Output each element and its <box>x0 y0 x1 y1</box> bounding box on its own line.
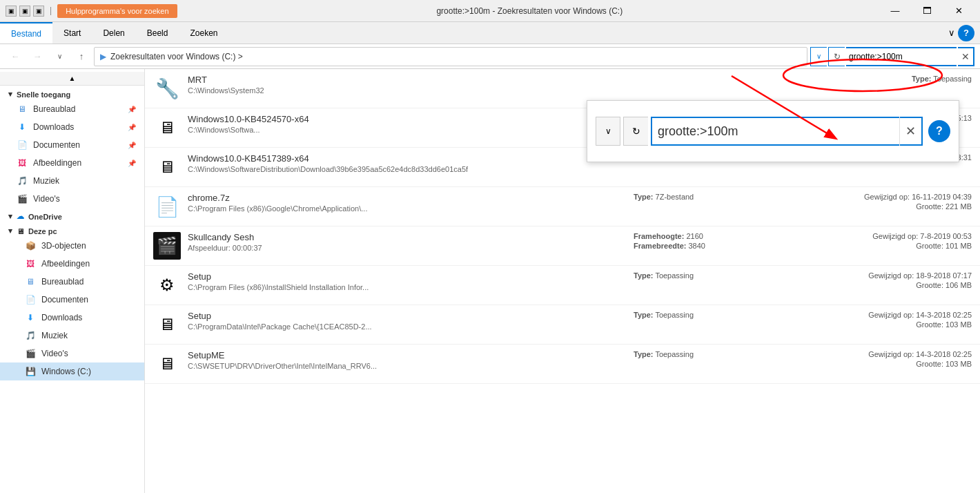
search-area: ∨ ↻ ✕ <box>810 47 974 66</box>
forward-button[interactable]: → <box>28 47 47 66</box>
close-button[interactable]: ✕ <box>943 0 974 22</box>
sidebar-item-3d[interactable]: 📦 3D-objecten <box>0 237 144 255</box>
3d-icon: 📦 <box>25 240 36 251</box>
kb4524570-icon: 🖥 <box>153 114 181 142</box>
pin-icon-bureaublad: 📌 <box>128 106 136 113</box>
tab-bestand[interactable]: Bestand <box>0 22 52 44</box>
skullcandy-meta: Gewijzigd op: 7-8-2019 00:53 Grootte: 10… <box>778 232 972 250</box>
address-path[interactable]: ▶ Zoekresultaten voor Windows (C:) > <box>94 47 807 66</box>
sidebar-afbeeldingen-pc-label: Afbeeldingen <box>41 259 90 269</box>
quick-access-label: Snelle toegang <box>17 90 70 99</box>
skullcandy-name: Skullcandy Sesh <box>188 232 627 242</box>
onedrive-expand[interactable]: ▾ <box>8 212 12 221</box>
sidebar-item-downloads-pc[interactable]: ⬇ Downloads <box>0 309 144 327</box>
sidebar-item-documenten-quick[interactable]: 📄 Documenten 📌 <box>0 136 144 154</box>
sidebar-item-muziek-pc[interactable]: 🎵 Muziek <box>0 327 144 345</box>
skullcandy-framehoogte: Framehoogte: 2160 <box>634 232 772 240</box>
file-row-setup-intel[interactable]: 🖥 Setup C:\ProgramData\Intel\Package Cac… <box>145 305 980 345</box>
search-clear-button[interactable]: ✕ <box>958 47 974 66</box>
file-row-setup-installshield[interactable]: ⚙ Setup C:\Program Files (x86)\InstallSh… <box>145 266 980 305</box>
sidebar-bureaublad-pc-label: Bureaublad <box>41 277 84 287</box>
content-area: 🔧 MRT C:\Windows\System32 Type: Toepassi… <box>145 69 980 493</box>
tab-delen[interactable]: Delen <box>92 22 135 44</box>
sidebar-item-documenten-pc[interactable]: 📄 Documenten <box>0 291 144 309</box>
sidebar-item-bureaublad-pc[interactable]: 🖥 Bureaublad <box>0 273 144 291</box>
skullcandy-modified: Gewijzigd op: 7-8-2019 00:53 <box>872 232 972 240</box>
title-bar-icons: ▣ ▣ ▣ | <box>6 6 52 17</box>
kb4517389-meta: Gewijzigd op: 25-11-2019 13:31 <box>778 153 972 162</box>
onedrive-header: ▾ ☁ OneDrive <box>0 208 144 222</box>
file-row-chrome7z[interactable]: 📄 chrome.7z C:\Program Files (x86)\Googl… <box>145 187 980 226</box>
path-text: Zoekresultaten voor Windows (C:) > <box>110 52 243 61</box>
search-refresh-button[interactable]: ↻ <box>828 47 845 66</box>
setupme-name: SetupME <box>188 350 627 360</box>
sidebar-downloads-label: Downloads <box>33 122 74 132</box>
deze-pc-header: ▾ 🖥 Deze pc <box>0 222 144 237</box>
search-tools-tab[interactable]: Hulpprogramma's voor zoeken <box>57 4 177 18</box>
deze-pc-expand[interactable]: ▾ <box>8 226 12 235</box>
sidebar-item-downloads-quick[interactable]: ⬇ Downloads 📌 <box>0 118 144 136</box>
pin-icon-afbeeldingen: 📌 <box>128 160 136 167</box>
onedrive-label: OneDrive <box>28 213 62 221</box>
setup-installshield-meta-center: Type: Toepassing <box>634 271 772 280</box>
kb4517389-modified: Gewijzigd op: 25-11-2019 13:31 <box>864 153 972 162</box>
file-row-mrt[interactable]: 🔧 MRT C:\Windows\System32 Type: Toepassi… <box>145 69 980 108</box>
setup-intel-type: Type: Toepassing <box>634 311 772 319</box>
up-button[interactable]: ↑ <box>72 47 91 66</box>
sidebar-item-videos-pc[interactable]: 🎬 Video's <box>0 345 144 362</box>
mrt-name: MRT <box>188 75 772 85</box>
file-row-kb4524570[interactable]: 🖥 Windows10.0-KB4524570-x64 C:\Windows\S… <box>145 108 980 148</box>
pc-music-icon: 🎵 <box>25 330 36 341</box>
search-dropdown-button[interactable]: ∨ <box>810 47 827 66</box>
setupme-info: SetupME C:\SWSETUP\DRV\DriverOther\Intel… <box>188 350 627 370</box>
maximize-button[interactable]: 🗖 <box>911 0 943 22</box>
skullcandy-size: Grootte: 101 MB <box>916 242 972 250</box>
chrome7z-icon: 📄 <box>153 193 181 220</box>
back-button[interactable]: ← <box>6 47 25 66</box>
setupme-path: C:\SWSETUP\DRV\DriverOther\Intel\IntelMa… <box>188 362 627 370</box>
ribbon-help-button[interactable]: ? <box>958 25 974 41</box>
quick-access-expand[interactable]: ▾ <box>8 90 12 99</box>
skullcandy-icon: 🎬 <box>153 232 181 260</box>
sidebar-item-afbeeldingen-pc[interactable]: 🖼 Afbeeldingen <box>0 255 144 273</box>
file-row-setupme[interactable]: 🖥 SetupME C:\SWSETUP\DRV\DriverOther\Int… <box>145 345 980 384</box>
sidebar-scroll-up[interactable]: ▲ <box>0 72 144 86</box>
file-row-kb4517389[interactable]: 🖥 Windows10.0-KB4517389-x64 C:\Windows\S… <box>145 148 980 187</box>
tab-zoeken[interactable]: Zoeken <box>179 22 228 44</box>
minimize-button[interactable]: — <box>879 0 911 22</box>
setup-installshield-name: Setup <box>188 271 627 282</box>
mrt-meta: Type: Toepassing <box>778 75 972 83</box>
desktop-icon: 🖥 <box>17 104 28 115</box>
tab-start[interactable]: Start <box>52 22 92 44</box>
ribbon-expand-icon[interactable]: ∨ <box>948 28 955 38</box>
sidebar-muziek-label: Muziek <box>33 176 59 186</box>
search-input[interactable] <box>846 47 957 66</box>
sidebar-item-afbeeldingen-quick[interactable]: 🖼 Afbeeldingen 📌 <box>0 154 144 172</box>
downloads-icon: ⬇ <box>17 122 28 133</box>
sidebar-afbeeldingen-label: Afbeeldingen <box>33 158 81 168</box>
mrt-icon: 🔧 <box>153 75 181 102</box>
setupme-type: Type: Toepassing <box>634 350 772 358</box>
onedrive-cloud-icon: ☁ <box>17 212 24 221</box>
deze-pc-icon: 🖥 <box>17 227 24 235</box>
setupme-size: Grootte: 103 MB <box>916 360 972 368</box>
file-row-skullcandy[interactable]: 🎬 Skullcandy Sesh Afspeelduur: 00:00:37 … <box>145 226 980 266</box>
sidebar-item-videos-quick[interactable]: 🎬 Video's <box>0 190 144 208</box>
kb4524570-modified: Gewijzigd op: 25-11-2019 15:13 <box>864 114 972 122</box>
sidebar: ▲ ▾ Snelle toegang 🖥 Bureaublad 📌 ⬇ Down… <box>0 69 145 493</box>
recent-locations-button[interactable]: ∨ <box>50 47 69 66</box>
images-icon: 🖼 <box>17 157 28 168</box>
setup-installshield-modified: Gewijzigd op: 18-9-2018 07:17 <box>868 271 972 280</box>
sidebar-item-bureaublad-quick[interactable]: 🖥 Bureaublad 📌 <box>0 100 144 118</box>
mrt-type: Type: Toepassing <box>912 75 972 83</box>
sidebar-item-windows-c[interactable]: 💾 Windows (C:) <box>0 362 144 380</box>
setup-intel-size: Grootte: 103 MB <box>916 320 972 329</box>
tab-beeld[interactable]: Beeld <box>136 22 179 44</box>
sidebar-bureaublad-label: Bureaublad <box>33 104 75 114</box>
sidebar-item-muziek-quick[interactable]: 🎵 Muziek <box>0 172 144 190</box>
kb4517389-name: Windows10.0-KB4517389-x64 <box>188 153 772 164</box>
quick-access-divider: | <box>47 6 52 17</box>
setup-intel-modified: Gewijzigd op: 14-3-2018 02:25 <box>868 311 972 319</box>
sidebar-documenten-label: Documenten <box>33 140 80 150</box>
chrome7z-modified: Gewijzigd op: 16-11-2019 04:39 <box>864 193 972 201</box>
